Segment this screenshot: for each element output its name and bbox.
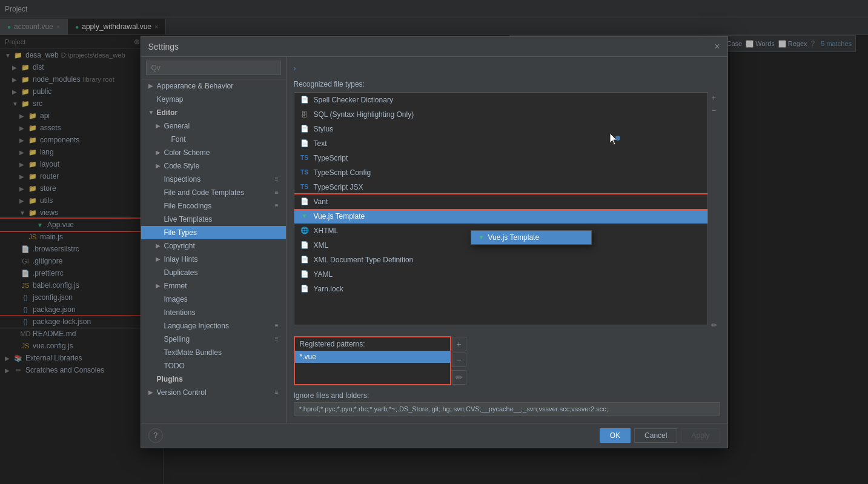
- badge-language-injections: ≡: [275, 322, 279, 329]
- settings-item-textmate[interactable]: ▶ TextMate Bundles: [141, 346, 286, 359]
- settings-label-color-scheme: Color Scheme: [164, 148, 210, 157]
- footer-buttons: OK Cancel Apply: [600, 428, 720, 443]
- settings-item-inlay-hints[interactable]: ▶ Inlay Hints: [141, 253, 286, 266]
- settings-item-font[interactable]: ▶ Font: [141, 133, 286, 146]
- file-type-stylus[interactable]: 📄 Stylus: [294, 122, 707, 136]
- modal-close-button[interactable]: ×: [714, 42, 720, 51]
- registered-section: Registered patterns: *.vue + −: [294, 336, 720, 385]
- file-type-typescript-jsx[interactable]: TS TypeScript JSX: [294, 180, 707, 194]
- settings-item-duplicates[interactable]: ▶ Duplicates: [141, 266, 286, 279]
- file-type-text[interactable]: 📄 Text: [294, 136, 707, 151]
- file-type-vant[interactable]: 📄 Vant: [294, 194, 707, 209]
- icon-yaml: 📄: [299, 269, 310, 280]
- settings-label-version-control: Version Control: [157, 388, 207, 397]
- ignore-input[interactable]: [294, 402, 720, 416]
- file-type-typescript[interactable]: TS TypeScript: [294, 151, 707, 165]
- settings-item-editor[interactable]: ▼ Editor: [141, 106, 286, 119]
- settings-item-images[interactable]: ▶ Images: [141, 293, 286, 306]
- ignore-label: Ignore files and folders:: [294, 391, 720, 400]
- settings-breadcrumb: ›: [294, 64, 720, 73]
- file-types-list: 📄 Spell Checker Dictionary 🗄 SQL (Syntax…: [294, 92, 708, 325]
- settings-label-editor: Editor: [157, 108, 178, 117]
- popup-vue-label: Vue.js Template: [488, 233, 539, 242]
- settings-item-emmet[interactable]: ▶ Emmet: [141, 279, 286, 293]
- settings-search-input[interactable]: [146, 61, 281, 75]
- file-type-sql[interactable]: 🗄 SQL (Syntax Highlighting Only): [294, 107, 707, 122]
- registered-buttons: + − ✏: [451, 336, 466, 385]
- settings-label-images: Images: [164, 295, 188, 303]
- settings-item-live-templates[interactable]: ▶ Live Templates: [141, 213, 286, 226]
- settings-left-panel: ▶ Appearance & Behavior ▶ Keymap ▼ Edito…: [141, 57, 287, 423]
- file-types-scrollbar: + − ✏: [708, 92, 720, 331]
- label-typescript-config: TypeScript Config: [314, 168, 371, 177]
- ok-button[interactable]: OK: [600, 428, 631, 443]
- settings-item-file-code-templates[interactable]: ▶ File and Code Templates ≡: [141, 186, 286, 199]
- settings-label-spelling: Spelling: [164, 335, 190, 343]
- settings-item-todo[interactable]: ▶ TODO: [141, 359, 286, 373]
- settings-item-spelling[interactable]: ▶ Spelling ≡: [141, 333, 286, 346]
- settings-item-file-encodings[interactable]: ▶ File Encodings ≡: [141, 199, 286, 213]
- icon-vant: 📄: [299, 196, 310, 207]
- settings-item-inspections[interactable]: ▶ Inspections ≡: [141, 173, 286, 186]
- settings-item-general[interactable]: ▶ General: [141, 119, 286, 133]
- file-types-list-container: 📄 Spell Checker Dictionary 🗄 SQL (Syntax…: [294, 92, 720, 331]
- settings-modal: Settings × ▶ Appearance & Behavior ▶: [141, 36, 728, 448]
- settings-item-copyright[interactable]: ▶ Copyright: [141, 239, 286, 253]
- registered-label: Registered patterns:: [295, 337, 450, 351]
- file-type-typescript-config[interactable]: TS TypeScript Config: [294, 165, 707, 180]
- settings-item-plugins[interactable]: ▶ Plugins: [141, 373, 286, 386]
- recognized-label: Recognized file types:: [294, 80, 720, 88]
- label-text: Text: [314, 139, 327, 148]
- label-yarn-lock: Yarn.lock: [314, 285, 343, 293]
- registered-inner: *.vue: [295, 351, 450, 363]
- arrow-copyright: ▶: [156, 242, 164, 249]
- file-type-yaml[interactable]: 📄 YAML: [294, 267, 707, 282]
- registered-edit-button[interactable]: ✏: [452, 370, 466, 385]
- modal-title: Settings: [148, 42, 179, 51]
- badge-spelling: ≡: [275, 336, 279, 342]
- file-type-vuejs-template[interactable]: ▼ Vue.js Template: [294, 209, 707, 224]
- settings-item-intentions[interactable]: ▶ Intentions: [141, 306, 286, 319]
- settings-label-inspections: Inspections: [164, 175, 201, 184]
- settings-item-color-scheme[interactable]: ▶ Color Scheme: [141, 146, 286, 159]
- file-type-spell-checker[interactable]: 📄 Spell Checker Dictionary: [294, 93, 707, 107]
- label-xml-dtd: XML Document Type Definition: [314, 256, 414, 264]
- label-xml: XML: [314, 241, 329, 250]
- apply-button[interactable]: Apply: [681, 428, 720, 443]
- popup-item-vuejs[interactable]: ▼ Vue.js Template: [471, 231, 591, 244]
- label-sql: SQL (Syntax Highlighting Only): [314, 110, 414, 119]
- edit-file-type-button[interactable]: ✏: [708, 319, 720, 331]
- help-button[interactable]: ?: [148, 428, 163, 443]
- icon-spell-checker: 📄: [299, 94, 310, 105]
- label-typescript-jsx: TypeScript JSX: [314, 183, 363, 191]
- file-type-xml-dtd[interactable]: 📄 XML Document Type Definition: [294, 253, 707, 267]
- settings-item-version-control[interactable]: ▶ Version Control ≡: [141, 386, 286, 399]
- scroll-down-button[interactable]: −: [708, 104, 720, 116]
- cancel-button[interactable]: Cancel: [634, 428, 677, 443]
- settings-item-code-style[interactable]: ▶ Code Style: [141, 159, 286, 173]
- icon-vuejs-template: ▼: [299, 211, 310, 222]
- settings-label-language-injections: Language Injections: [164, 322, 229, 330]
- settings-item-language-injections[interactable]: ▶ Language Injections ≡: [141, 319, 286, 333]
- registered-remove-button[interactable]: −: [452, 353, 466, 367]
- scroll-up-button[interactable]: +: [708, 92, 720, 104]
- registered-list: *.vue: [295, 351, 450, 363]
- settings-label-file-encodings: File Encodings: [164, 202, 212, 210]
- arrow-code-style: ▶: [156, 162, 164, 169]
- arrow-color-scheme: ▶: [156, 149, 164, 156]
- settings-item-appearance[interactable]: ▶ Appearance & Behavior: [141, 79, 286, 93]
- registered-add-button[interactable]: +: [452, 337, 466, 351]
- registered-pattern-vue[interactable]: *.vue: [295, 351, 450, 363]
- settings-item-keymap[interactable]: ▶ Keymap: [141, 93, 286, 106]
- modal-header: Settings ×: [141, 37, 727, 57]
- badge-file-encodings: ≡: [275, 202, 279, 209]
- label-xhtml: XHTML: [314, 227, 339, 235]
- settings-item-file-types[interactable]: ▶ File Types: [141, 226, 286, 239]
- settings-label-plugins: Plugins: [157, 375, 183, 383]
- settings-label-intentions: Intentions: [164, 308, 196, 317]
- arrow-appearance: ▶: [148, 82, 157, 89]
- icon-sql: 🗄: [299, 109, 310, 120]
- settings-label-duplicates: Duplicates: [164, 268, 198, 277]
- settings-search-container: [141, 57, 286, 79]
- file-type-yarn-lock[interactable]: 📄 Yarn.lock: [294, 282, 707, 296]
